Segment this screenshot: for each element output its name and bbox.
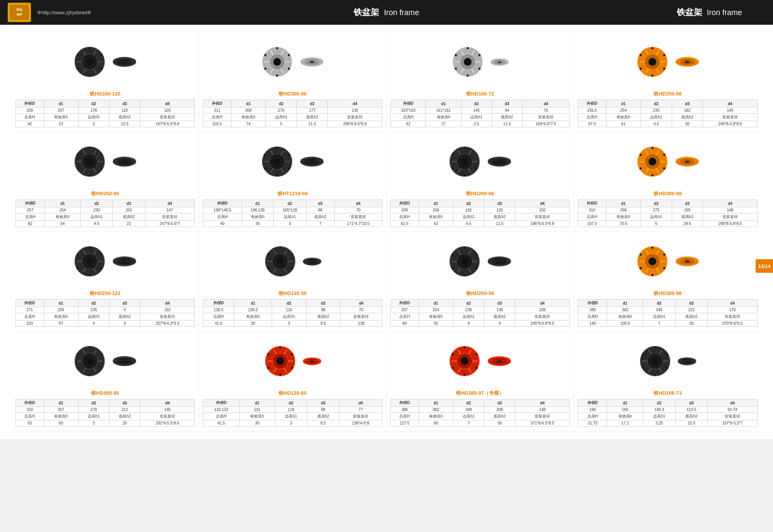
svg-point-203	[279, 274, 281, 276]
svg-point-182	[89, 274, 91, 276]
product-images-hd200-120	[72, 37, 138, 87]
svg-point-330	[642, 367, 645, 369]
product-name-hd166-73: 铁HD166-73	[654, 390, 681, 397]
svg-point-185	[89, 247, 91, 249]
spec-header: d1	[606, 100, 640, 107]
spec-header: d1	[426, 100, 461, 107]
spec-value: 147	[145, 207, 194, 213]
svg-point-316	[497, 360, 502, 362]
spec-value: 230	[641, 107, 672, 114]
spec-header: d3	[109, 100, 140, 107]
spec-table-hd300-95: 外径Dd1d2d3d4 310307278212145 总高H有效高h边高h1底…	[15, 399, 195, 426]
svg-point-244	[663, 267, 665, 269]
product-side-view-hd250-98	[674, 48, 701, 76]
spec-header: d4	[328, 100, 382, 107]
spec-header: d2	[461, 100, 492, 107]
spec-value: 3.25	[643, 420, 676, 426]
spec-value: 148	[515, 407, 570, 413]
svg-point-55	[478, 68, 480, 70]
spec-header: d4	[140, 300, 195, 307]
spec-label: 总高H	[16, 313, 44, 321]
spec-label: 有效高h	[44, 114, 78, 121]
spec-header: d4	[708, 300, 758, 307]
svg-point-245	[651, 274, 654, 276]
product-cell-hd385-98: 铁HD385-98 外径Dd1d2d3d4 385382345222170 总高…	[574, 232, 761, 332]
spec-value: 136*4-5*8	[339, 420, 382, 426]
svg-point-328	[666, 367, 668, 369]
product-images-hd385-97	[447, 336, 513, 387]
spec-value: 27	[426, 121, 461, 127]
product-images-hd200-66	[447, 137, 513, 187]
product-name-hd166-72: 铁HD166-72	[466, 90, 494, 97]
spec-value: 247*8-5.6*7	[145, 221, 194, 227]
product-images-hd250-95	[72, 137, 138, 187]
spec-value: 4	[453, 321, 484, 327]
svg-point-118	[288, 167, 290, 170]
spec-value: 254	[419, 307, 453, 313]
svg-point-184	[77, 253, 79, 256]
spec-header: d4	[515, 300, 570, 307]
title-chinese-right: 铁盆架	[677, 7, 702, 18]
svg-point-60	[478, 54, 480, 56]
spec-value: 41.5	[203, 420, 240, 426]
svg-point-309	[452, 367, 454, 369]
spec-value: 30	[242, 221, 273, 227]
svg-point-227	[463, 247, 466, 249]
spec-value: 140	[578, 321, 607, 327]
svg-point-22	[122, 61, 127, 63]
spec-label: 总高H	[578, 313, 607, 321]
spec-header: d3	[306, 200, 334, 207]
svg-point-39	[288, 54, 290, 56]
spec-value: 345	[643, 307, 676, 313]
spec-value: 138	[340, 321, 382, 327]
product-cell-hd250-95: 铁HD250-95 外径Dd1d2d3d4 257254230202147 总高…	[12, 132, 199, 232]
spec-value: 7	[453, 420, 484, 426]
product-images-hd250-123	[72, 237, 138, 287]
spec-value: 5	[641, 221, 672, 227]
svg-point-161	[651, 174, 654, 176]
spec-value: 257	[391, 307, 419, 313]
svg-point-308	[463, 373, 466, 376]
spec-header: d2	[272, 300, 306, 307]
spec-label: 有效高h	[239, 413, 275, 420]
product-cell-hd300-95: 铁HD300-95 外径Dd1d2d3d4 310307278212145 总高…	[12, 332, 199, 431]
svg-point-142	[452, 153, 454, 156]
product-front-view-hd250-95	[72, 144, 107, 180]
svg-point-17	[89, 47, 91, 49]
svg-point-266	[89, 373, 91, 376]
spec-value: 5	[78, 420, 109, 426]
spec-header: d4	[522, 100, 569, 107]
spec-label: 底高h2	[672, 213, 703, 221]
spec-header: 外径D	[16, 399, 44, 407]
product-side-view-hd200-120	[111, 48, 138, 76]
page-badge: 13/14	[756, 259, 773, 273]
spec-header: d3	[492, 100, 522, 107]
product-side-view-hd300-98	[674, 148, 701, 176]
svg-point-18	[100, 54, 102, 56]
svg-point-158	[649, 158, 656, 165]
product-images-hd166-73	[638, 336, 698, 387]
svg-point-333	[666, 353, 668, 355]
spec-table-hd300-96: 外径Dd1d2d3d4 311308276177136 总高H有效高h边高h1底…	[203, 100, 382, 127]
svg-point-53	[464, 58, 472, 66]
svg-point-207	[291, 253, 293, 256]
spec-label: 安装直径	[522, 114, 569, 121]
spec-value: 30	[234, 321, 272, 327]
svg-point-270	[100, 353, 102, 355]
spec-value: 108	[515, 307, 570, 313]
svg-point-101	[89, 147, 91, 149]
spec-label: 总高H	[203, 213, 242, 221]
product-side-view-hd135-60	[301, 351, 323, 373]
spec-value: 385	[578, 307, 607, 313]
spec-label: 底高h2	[484, 213, 515, 221]
spec-value: 30	[239, 420, 275, 426]
spec-value: 276	[266, 107, 296, 114]
spec-label: 底高h2	[492, 114, 522, 121]
spec-label: 底高h2	[484, 313, 515, 321]
svg-point-99	[77, 167, 79, 170]
spec-value: 138.5	[203, 307, 234, 313]
product-front-view-hd250-98	[635, 44, 670, 80]
spec-header: d4	[515, 200, 570, 207]
product-name-hd385-97: 铁HD385-97（专模）	[456, 390, 504, 397]
spec-value: 70	[334, 207, 382, 213]
